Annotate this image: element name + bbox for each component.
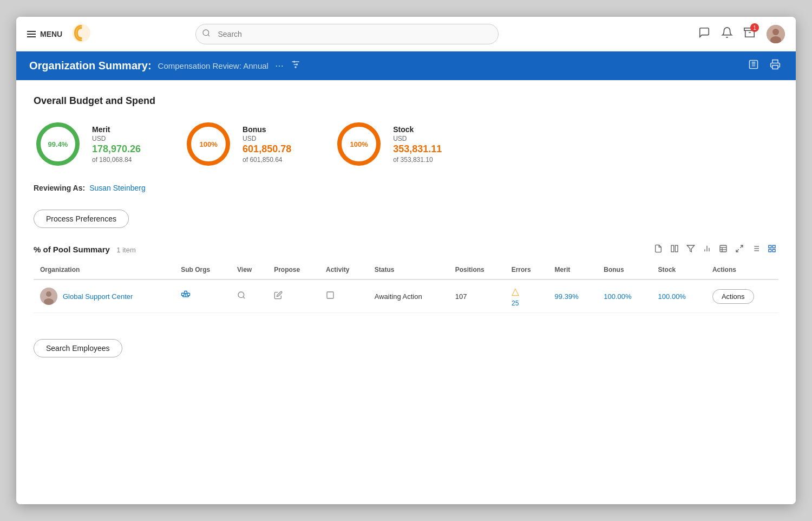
toolbar-export-icon[interactable]: [652, 243, 665, 256]
donut-stock: 100%: [335, 120, 383, 168]
stock-value[interactable]: 100.00%: [658, 292, 686, 301]
org-avatar: [40, 288, 57, 305]
svg-rect-45: [769, 249, 771, 252]
errors-cell: △ 25: [505, 279, 548, 313]
toolbar-grid-view-icon[interactable]: [765, 243, 778, 256]
toolbar-columns-icon[interactable]: [668, 243, 681, 256]
col-header-status: Status: [368, 260, 449, 279]
table-header: OrganizationSub OrgsViewProposeActivityS…: [34, 260, 778, 279]
budget-item-bonus: 100% Bonus USD 601,850.78 of 601,850.64: [184, 120, 291, 168]
col-header-stock: Stock: [652, 260, 706, 279]
table-body: Global Support Center: [34, 279, 778, 313]
budget-info-merit: Merit USD 178,970.26 of 180,068.84: [92, 125, 141, 164]
donut-label-stock: 100%: [350, 140, 368, 148]
merit-value[interactable]: 99.39%: [555, 292, 579, 301]
org-name[interactable]: Global Support Center: [63, 292, 133, 301]
user-avatar[interactable]: [767, 25, 785, 43]
toolbar-layout-icon[interactable]: [717, 243, 730, 256]
status-value: Awaiting Action: [375, 292, 422, 301]
svg-point-57: [238, 292, 244, 298]
table-row: Global Support Center: [34, 279, 778, 313]
toolbar-filter-icon[interactable]: [684, 243, 697, 256]
page-subtitle: Compensation Review: Annual: [158, 61, 269, 70]
status-cell: Awaiting Action: [368, 279, 449, 313]
chat-icon-button[interactable]: [698, 27, 710, 41]
positions-value: 107: [455, 292, 467, 301]
pool-summary-title-wrap: % of Pool Summary 1 item: [34, 245, 136, 255]
app-window: MENU: [16, 17, 796, 504]
workday-logo[interactable]: [71, 23, 91, 45]
budget-currency-merit: USD: [92, 135, 141, 142]
view-cell: [231, 279, 267, 313]
header-export-icon[interactable]: [746, 58, 761, 74]
view-icon[interactable]: [237, 292, 246, 301]
svg-line-35: [740, 245, 743, 248]
reviewing-name[interactable]: Susan Steinberg: [89, 184, 146, 192]
budget-amount-bonus: 601,850.78: [243, 144, 291, 155]
page-title: Organization Summary:: [29, 60, 152, 72]
main-content: Overall Budget and Spend 99.4% Merit USD…: [16, 80, 796, 504]
col-header-errors: Errors: [505, 260, 548, 279]
inbox-icon-button[interactable]: 1: [744, 27, 756, 41]
notifications-icon-button[interactable]: [721, 27, 733, 41]
pool-summary-section: % of Pool Summary 1 item: [34, 243, 778, 313]
toolbar-expand-icon[interactable]: [733, 243, 746, 256]
pool-summary-count: 1 item: [116, 246, 135, 254]
header-print-icon[interactable]: [768, 58, 783, 74]
budget-section-title: Overall Budget and Spend: [34, 95, 778, 107]
search-icon: [202, 29, 211, 40]
svg-point-11: [293, 61, 295, 62]
donut-merit: 99.4%: [34, 120, 82, 168]
col-header-actions: Actions: [706, 260, 778, 279]
sub-orgs-cell: [174, 279, 231, 313]
search-bar: [195, 24, 499, 44]
svg-rect-50: [182, 293, 185, 296]
budget-type-stock: Stock: [393, 125, 442, 134]
hamburger-icon: [27, 31, 36, 37]
svg-rect-44: [772, 245, 775, 248]
svg-line-36: [736, 249, 739, 252]
activity-icon[interactable]: [326, 292, 335, 301]
svg-rect-18: [772, 66, 778, 69]
donut-bonus: 100%: [184, 120, 233, 168]
budget-info-bonus: Bonus USD 601,850.78 of 601,850.64: [243, 125, 291, 164]
svg-marker-27: [687, 245, 694, 252]
budget-type-bonus: Bonus: [243, 125, 291, 134]
org-cell: Global Support Center: [34, 279, 174, 313]
budget-section: Overall Budget and Spend 99.4% Merit USD…: [34, 95, 778, 168]
page-header: Organization Summary: Compensation Revie…: [16, 51, 796, 80]
process-preferences-button[interactable]: Process Preferences: [34, 210, 129, 228]
toolbar-list-view-icon[interactable]: [749, 243, 762, 256]
col-header-positions: Positions: [449, 260, 505, 279]
warning-count[interactable]: 25: [512, 299, 519, 307]
reviewing-as-row: Reviewing As: Susan Steinberg: [34, 184, 778, 192]
search-employees-button[interactable]: Search Employees: [34, 339, 122, 357]
col-header-propose: Propose: [267, 260, 319, 279]
header-more-icon[interactable]: ⋯: [275, 61, 284, 71]
svg-rect-52: [187, 293, 190, 296]
pool-summary-header: % of Pool Summary 1 item: [34, 243, 778, 256]
toolbar-chart-icon[interactable]: [700, 243, 713, 256]
pool-summary-title: % of Pool Summary: [34, 245, 110, 254]
sub-orgs-icon[interactable]: [181, 292, 191, 302]
propose-icon[interactable]: [274, 292, 283, 301]
budget-type-merit: Merit: [92, 125, 141, 134]
svg-point-13: [294, 66, 296, 68]
col-header-bonus: Bonus: [597, 260, 651, 279]
menu-button[interactable]: MENU: [27, 30, 62, 38]
warning-icon: △: [512, 285, 519, 297]
bonus-cell: 100.00%: [597, 279, 651, 313]
header-filter-icon[interactable]: [290, 59, 301, 73]
svg-point-1: [203, 30, 209, 36]
svg-line-2: [208, 35, 210, 36]
budget-item-merit: 99.4% Merit USD 178,970.26 of 180,068.84: [34, 120, 141, 168]
header-right-actions: [746, 58, 783, 74]
search-input[interactable]: [195, 24, 499, 44]
reviewing-label: Reviewing As:: [34, 184, 85, 192]
actions-button[interactable]: Actions: [712, 289, 754, 304]
budget-of-merit: of 180,068.84: [92, 156, 141, 164]
bonus-value[interactable]: 100.00%: [604, 292, 631, 301]
budget-of-stock: of 353,831.10: [393, 156, 442, 164]
svg-point-6: [772, 29, 779, 35]
col-header-activity: Activity: [319, 260, 368, 279]
